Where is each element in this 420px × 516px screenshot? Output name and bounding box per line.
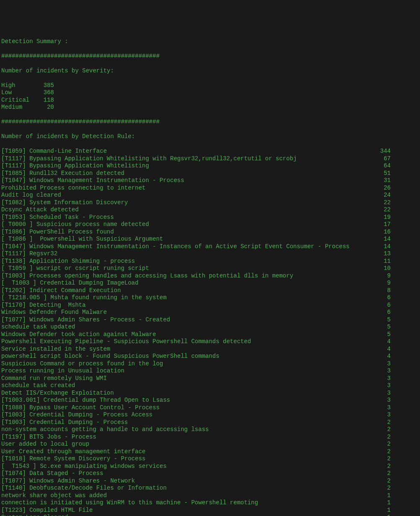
rule-count: 10 bbox=[374, 265, 391, 272]
rule-row: Powershell Executing Pipeline - Suspicio… bbox=[1, 338, 391, 346]
rules-heading: Number of incidents by Detection Rule: bbox=[1, 133, 419, 141]
rule-row: [T1088] Bypass User Account Control - Pr… bbox=[1, 404, 391, 412]
rule-row: Suspicious Command or process found in t… bbox=[1, 360, 391, 368]
rule-label: Detect IIS/Exchange Exploitation bbox=[1, 390, 374, 397]
rule-row: [T1197] BITS Jobs - Process2 bbox=[1, 434, 391, 441]
rule-label: [ T1218.005 ] Mshta found running in the… bbox=[1, 294, 374, 302]
rule-label: non-system accounts getting a handle to … bbox=[1, 426, 374, 434]
rule-row: Audit log cleared24 bbox=[1, 192, 391, 199]
rule-label: [ T1059 ] wscript or cscript runing scri… bbox=[1, 265, 374, 272]
rule-label: [T1047] Windows Management Instrumentati… bbox=[1, 177, 374, 185]
severity-row: Medium 20 bbox=[1, 104, 419, 111]
rule-row: [T1170] Detecting Mshta6 bbox=[1, 302, 391, 309]
rule-row: Detect IIS/Exchange Exploitation3 bbox=[1, 390, 391, 397]
rule-row: [T1047] Windows Management Instrumentati… bbox=[1, 177, 391, 185]
rule-label: [ T1003 ] Credential Dumping ImageLoad bbox=[1, 280, 374, 287]
rule-row: [ T1059 ] wscript or cscript runing scri… bbox=[1, 265, 391, 272]
rule-count: 4 bbox=[374, 346, 391, 353]
rule-row: [T1003.001] Credential dump Thread Open … bbox=[1, 397, 391, 404]
rule-label: [T1117] Bypassing Application Whitelisti… bbox=[1, 162, 374, 170]
rule-row: [T1082] System Information Discovery22 bbox=[1, 199, 391, 207]
rule-count: 1 bbox=[374, 514, 391, 516]
rule-count: 5 bbox=[374, 316, 391, 324]
rule-row: [T1053] Scheduled Task - Process19 bbox=[1, 214, 391, 221]
rule-count: 2 bbox=[374, 434, 391, 441]
rule-label: [T1140] Deobfuscate/Decode Files or Info… bbox=[1, 485, 374, 492]
rule-count: 19 bbox=[374, 214, 391, 221]
rule-label: [T1223] Compiled HTML File bbox=[1, 507, 374, 514]
rule-row: schedule task updated5 bbox=[1, 323, 391, 331]
rule-count: 2 bbox=[374, 426, 391, 434]
rule-count: 2 bbox=[374, 477, 391, 485]
rule-row: [ T0000 ] Suspicious process name detect… bbox=[1, 221, 391, 228]
rule-count: 22 bbox=[374, 206, 391, 214]
rule-row: non-system accounts getting a handle to … bbox=[1, 426, 391, 434]
rule-label: [ T1543 ] Sc.exe manipulating windows se… bbox=[1, 463, 374, 470]
rule-label: [T1117] Bypassing Application Whitelisti… bbox=[1, 155, 374, 163]
rule-row: [T1077] Windows Admin Shares - Network2 bbox=[1, 477, 391, 485]
rule-label: connection is initiated using WinRM to t… bbox=[1, 499, 374, 507]
rule-label: User Created through management interfac… bbox=[1, 448, 374, 456]
rule-row: [T1074] Data Staged - Process2 bbox=[1, 470, 391, 477]
rule-count: 1 bbox=[374, 507, 391, 514]
rule-count: 2 bbox=[374, 448, 391, 456]
rule-count: 64 bbox=[374, 162, 391, 170]
rule-label: [T1202] Indirect Command Execution bbox=[1, 287, 374, 295]
rule-label: [ T1086 ] Powershell with Suspicious Arg… bbox=[1, 236, 374, 243]
rule-count: 16 bbox=[374, 228, 391, 236]
rule-count: 14 bbox=[374, 243, 391, 251]
rule-row: [T1117] Bypassing Application Whitelisti… bbox=[1, 155, 391, 163]
rule-row: [ T1086 ] Powershell with Suspicious Arg… bbox=[1, 236, 391, 243]
rule-label: [T1018] Remote System Discovery - Proces… bbox=[1, 455, 374, 463]
terminal-output: Detection Summary : ####################… bbox=[1, 31, 419, 516]
rule-row: [ T1003 ] Credential Dumping ImageLoad9 bbox=[1, 280, 391, 287]
rule-label: powershell script block - Found Suspicio… bbox=[1, 353, 374, 360]
rule-count: 344 bbox=[374, 148, 391, 155]
rule-row: [T1086] PowerShell Process found16 bbox=[1, 228, 391, 236]
rule-count: 3 bbox=[374, 375, 391, 383]
rule-count: 4 bbox=[374, 338, 391, 346]
rule-row: Windows Defender Found Malware6 bbox=[1, 309, 391, 316]
rule-label: network share object was added bbox=[1, 492, 374, 500]
rule-label: Command run remotely Using WMI bbox=[1, 375, 374, 383]
rule-label: [T1077] Windows Admin Shares - Process -… bbox=[1, 316, 374, 324]
rule-label: [T1003.001] Credential dump Thread Open … bbox=[1, 397, 374, 404]
severity-heading: Number of incidents by Severity: bbox=[1, 67, 419, 75]
rule-row: [T1085] Rundll32 Execution detected51 bbox=[1, 170, 391, 177]
rule-row: [T1018] Remote System Discovery - Proces… bbox=[1, 455, 391, 463]
rule-count: 3 bbox=[374, 390, 391, 397]
rule-row: [T1117] Regsvr3213 bbox=[1, 250, 391, 258]
rule-label: [ T0000 ] Suspicious process name detect… bbox=[1, 221, 374, 228]
rule-count: 6 bbox=[374, 302, 391, 309]
rule-count: 2 bbox=[374, 455, 391, 463]
rule-label: [T1003] Credential Dumping - Process bbox=[1, 419, 374, 426]
rule-row: [T1003] Credential Dumping - Process Acc… bbox=[1, 411, 391, 419]
rule-count: 3 bbox=[374, 404, 391, 412]
rule-row: [T1117] Bypassing Application Whitelisti… bbox=[1, 162, 391, 170]
rule-count: 51 bbox=[374, 170, 391, 177]
rule-label: Powershell Executing Pipeline - Suspicio… bbox=[1, 338, 374, 346]
rule-count: 2 bbox=[374, 419, 391, 426]
rule-label: [T1047] Windows Management Instrumentati… bbox=[1, 243, 374, 251]
rule-count: 2 bbox=[374, 470, 391, 477]
rule-row: [T1003] Credential Dumping - Process2 bbox=[1, 419, 391, 426]
rule-row: [T1223] Compiled HTML File1 bbox=[1, 507, 391, 514]
rule-row: User Created through management interfac… bbox=[1, 448, 391, 456]
rule-count: 14 bbox=[374, 236, 391, 243]
rule-row: [T1138] Application Shimming - process11 bbox=[1, 258, 391, 265]
rule-count: 17 bbox=[374, 221, 391, 228]
rule-row: Service installed in the system4 bbox=[1, 346, 391, 353]
rule-count: 4 bbox=[374, 353, 391, 360]
rule-label: [T1086] PowerShell Process found bbox=[1, 228, 374, 236]
rule-count: 26 bbox=[374, 185, 391, 192]
rule-label: [T1138] Application Shimming - process bbox=[1, 258, 374, 265]
divider: ########################################… bbox=[1, 53, 419, 60]
rules-list: [T1059] Command-Line Interface344[T1117]… bbox=[1, 148, 419, 516]
rule-row: connection is initiated using WinRM to t… bbox=[1, 499, 391, 507]
rule-count: 6 bbox=[374, 294, 391, 302]
rule-label: [T1117] Regsvr32 bbox=[1, 250, 374, 258]
rule-label: schedule task created bbox=[1, 382, 374, 390]
rule-count: 8 bbox=[374, 287, 391, 295]
rule-row: [ T1218.005 ] Mshta found running in the… bbox=[1, 294, 391, 302]
rule-row: Command run remotely Using WMI3 bbox=[1, 375, 391, 383]
